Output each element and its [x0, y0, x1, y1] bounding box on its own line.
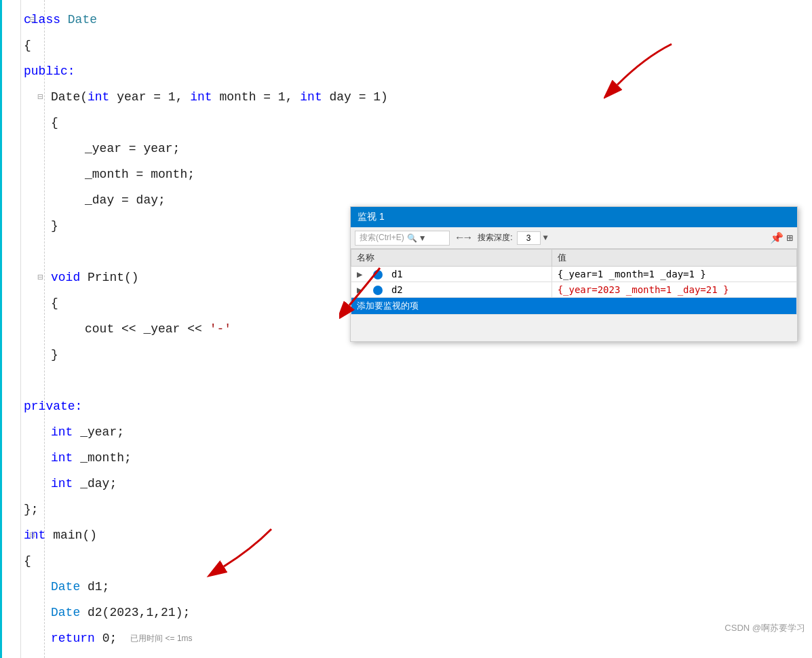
- watch-title-bar: 监视 1: [351, 207, 797, 227]
- code-line-5: {: [24, 110, 805, 136]
- collapse-4[interactable]: ⊟: [37, 84, 43, 110]
- code-line-17: int _year;: [24, 419, 805, 445]
- arrow-1: [604, 37, 685, 109]
- code-line-1: ⊟ class Date: [24, 7, 805, 33]
- watch-row-d1[interactable]: ▶ d1 {_year=1 _month=1 _day=1 }: [351, 267, 797, 282]
- watch-table: 名称 值 ▶ d1 {_year=1 _month=1 _day=1 } ▶: [351, 249, 797, 315]
- code-line-4: ⊟ Date(int year = 1, int month = 1, int …: [24, 84, 805, 110]
- watermark: CSDN @啊苏要学习: [724, 622, 805, 634]
- depth-dropdown-icon[interactable]: ▼: [543, 233, 548, 243]
- search-dropdown-icon[interactable]: ▼: [419, 233, 427, 243]
- watch-nav: ← →: [457, 232, 471, 244]
- code-line-20: };: [24, 497, 805, 522]
- code-line-21: ⊟ int main(): [24, 522, 805, 548]
- search-icon: 🔍: [407, 233, 417, 243]
- watch-search-box[interactable]: 搜索(Ctrl+E) 🔍 ▼: [355, 231, 450, 246]
- arrow-3: [204, 522, 285, 594]
- code-line-25: return 0; 已用时间 <= 1ms: [24, 625, 805, 651]
- col-name-header: 名称: [351, 250, 552, 267]
- pin-icon[interactable]: 📌: [770, 231, 784, 245]
- code-line-19: int _day;: [24, 471, 805, 497]
- d2-value-text: {_year=2023 _month=1 _day=21 }: [558, 284, 729, 295]
- code-line-24: Date d2(2023,1,21);: [24, 600, 805, 625]
- watch-row-add[interactable]: 添加要监视的项: [351, 298, 797, 315]
- watch-search-text: 搜索(Ctrl+E): [360, 232, 404, 244]
- code-line-15: [24, 368, 805, 393]
- code-line-23: Date d1;: [24, 574, 805, 600]
- watch-window[interactable]: 监视 1 搜索(Ctrl+E) 🔍 ▼ ← → 搜索深度: ▼ 📌 ⊞ 名称 值: [350, 206, 798, 342]
- watch-toolbar: 搜索(Ctrl+E) 🔍 ▼ ← → 搜索深度: ▼ 📌 ⊞: [351, 227, 797, 249]
- watch-d2-value: {_year=2023 _month=1 _day=21 }: [552, 282, 796, 298]
- collapse-11[interactable]: ⊟: [37, 265, 43, 290]
- columns-icon[interactable]: ⊞: [786, 231, 793, 245]
- classname-date: Date: [68, 7, 97, 33]
- code-line-7: _month = month;: [24, 161, 805, 187]
- watch-add-label[interactable]: 添加要监视的项: [351, 298, 797, 315]
- watch-row-d2[interactable]: ▶ d2 {_year=2023 _month=1 _day=21 }: [351, 282, 797, 298]
- code-line-2: {: [24, 33, 805, 58]
- code-line-14: }: [24, 342, 805, 368]
- nav-forward-icon[interactable]: →: [465, 232, 471, 244]
- code-line-6: _year = year;: [24, 136, 805, 161]
- code-line-16: private:: [24, 393, 805, 419]
- watch-action-icons: 📌 ⊞: [770, 231, 793, 245]
- code-line-3: public:: [24, 58, 805, 84]
- d1-value-text: {_year=1 _month=1 _day=1 }: [558, 269, 706, 279]
- time-indicator: 已用时间 <= 1ms: [130, 625, 192, 651]
- collapse-1[interactable]: ⊟: [29, 7, 35, 33]
- watch-d1-value: {_year=1 _month=1 _day=1 }: [552, 267, 796, 282]
- nav-back-icon[interactable]: ←: [457, 232, 463, 244]
- watch-title: 监视 1: [357, 211, 385, 223]
- arrow-2: [339, 265, 393, 322]
- code-line-18: int _month;: [24, 445, 805, 471]
- col-value-header: 值: [552, 250, 796, 267]
- search-depth-label: 搜索深度:: [478, 232, 512, 244]
- collapse-21[interactable]: ⊟: [29, 522, 35, 548]
- code-line-22: {: [24, 548, 805, 574]
- search-depth-input[interactable]: [517, 231, 541, 245]
